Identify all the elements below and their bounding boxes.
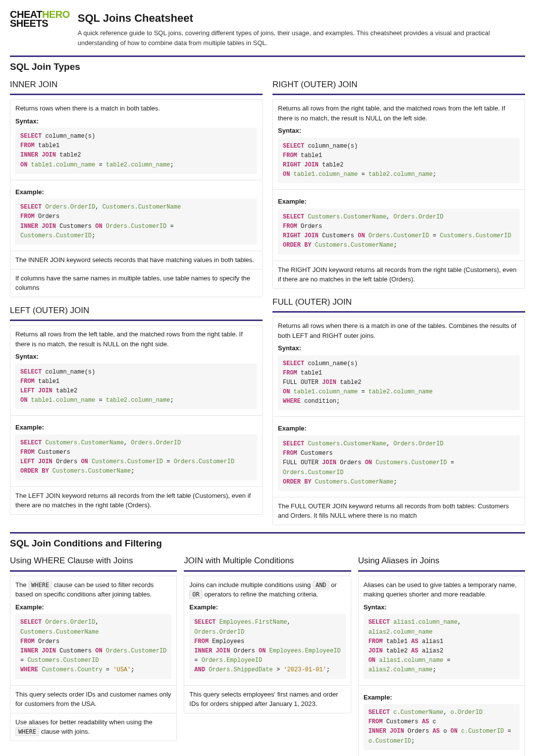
inner-join-desc: Returns rows when there is a match in bo… xyxy=(15,105,160,112)
where-clause-title: Using WHERE Clause with Joins xyxy=(10,554,177,572)
full-join-card: Returns all rows when there is a match i… xyxy=(272,317,525,525)
syntax-label: Syntax: xyxy=(15,116,257,126)
alias-card: Aliases can be used to give tables a tem… xyxy=(358,576,525,756)
section-heading-join-types: SQL Join Types xyxy=(10,55,525,74)
syntax-label: Syntax: xyxy=(15,352,257,362)
alias-title: Using Aliases in Joins xyxy=(358,554,525,572)
or-code-tag: OR xyxy=(189,590,202,599)
multi-cond-card: Joins can include multiple conditions us… xyxy=(184,576,351,713)
syntax-label: Syntax: xyxy=(278,343,520,353)
right-join-card: Returns all rows from the right table, a… xyxy=(272,99,525,289)
inner-join-card: Returns rows when there is a match in bo… xyxy=(10,99,263,297)
example-label: Example: xyxy=(15,423,257,432)
full-join-title: FULL (OUTER) JOIN xyxy=(272,296,525,313)
where-example-code: SELECT Orders.OrderID, Customers.Custome… xyxy=(15,614,171,679)
left-join-syntax-code: SELECT column_name(s) FROM table1 LEFT J… xyxy=(15,364,257,410)
inner-join-title: INNER JOIN xyxy=(10,78,263,96)
full-join-desc: Returns all rows when there is a match i… xyxy=(278,322,516,339)
example-label: Example: xyxy=(278,424,520,433)
page-title: SQL Joins Cheatsheet xyxy=(78,10,525,26)
right-join-desc: Returns all rows from the right table, a… xyxy=(278,105,505,122)
right-join-example-code: SELECT Customers.CustomerName, Orders.Or… xyxy=(278,209,520,255)
left-join-desc: Returns all rows from the left table, an… xyxy=(15,330,243,348)
right-join-note-1: The RIGHT JOIN keyword returns all recor… xyxy=(273,261,525,288)
example-label: Example: xyxy=(278,197,520,207)
where-code-tag-2: WHERE xyxy=(15,727,39,736)
left-join-card: Returns all rows from the left table, an… xyxy=(10,325,263,515)
full-join-example-code: SELECT Customers.CustomerName, Orders.Or… xyxy=(278,435,520,491)
alias-desc: Aliases can be used to give tables a tem… xyxy=(364,581,517,598)
logo: CHEATHERO SHEETS xyxy=(10,10,70,48)
right-join-title: RIGHT (OUTER) JOIN xyxy=(272,78,525,96)
left-join-example-code: SELECT Customers.CustomerName, Orders.Or… xyxy=(15,434,257,481)
full-join-note-1: The FULL OUTER JOIN keyword returns all … xyxy=(273,497,525,525)
alias-example-code: SELECT c.CustomerName, o.OrderID FROM Cu… xyxy=(364,704,520,750)
alias-syntax-code: SELECT alias1.column_name, alias2.column… xyxy=(364,614,520,679)
syntax-label: Syntax: xyxy=(364,602,520,612)
inner-join-syntax-code: SELECT column_name(s) FROM table1 INNER … xyxy=(15,128,257,174)
full-join-syntax-code: SELECT column_name(s) FROM table1 FULL O… xyxy=(278,355,520,411)
where-clause-card: The WHERE clause can be used to filter r… xyxy=(10,576,177,741)
inner-join-example-code: SELECT Orders.OrderID, Customers.Custome… xyxy=(15,199,257,245)
page-header: CHEATHERO SHEETS SQL Joins Cheatsheet A … xyxy=(10,10,525,48)
left-join-title: LEFT (OUTER) JOIN xyxy=(10,304,263,322)
title-block: SQL Joins Cheatsheet A quick reference g… xyxy=(78,10,525,48)
multi-cond-title: JOIN with Multiple Conditions xyxy=(184,554,351,572)
inner-join-note-1: The INNER JOIN keyword selects records t… xyxy=(10,251,262,270)
logo-text-3: SHEETS xyxy=(10,19,48,28)
page-subtitle: A quick reference guide to SQL joins, co… xyxy=(78,28,525,48)
example-label: Example: xyxy=(364,693,520,702)
example-label: Example: xyxy=(15,187,257,197)
left-join-note-1: The LEFT JOIN keyword returns all record… xyxy=(10,487,262,514)
example-label: Example: xyxy=(189,602,345,612)
section-heading-conditions: SQL Join Conditions and Filtering xyxy=(10,532,525,551)
example-label: Example: xyxy=(15,602,171,612)
multi-note-1: This query selects employees' first name… xyxy=(184,686,350,713)
right-join-syntax-code: SELECT column_name(s) FROM table1 RIGHT … xyxy=(278,138,520,184)
and-code-tag: AND xyxy=(313,581,329,590)
multi-example-code: SELECT Employees.FirstName, Orders.Order… xyxy=(189,614,345,679)
syntax-label: Syntax: xyxy=(278,126,520,136)
multi-desc: Joins can include multiple conditions us… xyxy=(189,581,336,598)
where-code-tag: WHERE xyxy=(28,581,52,590)
where-note-1: This query selects order IDs and custome… xyxy=(10,686,176,713)
inner-join-note-2: If columns have the same names in multip… xyxy=(10,270,262,297)
where-desc: The WHERE clause can be used to filter r… xyxy=(15,581,154,598)
where-note-2: Use aliases for better readability when … xyxy=(10,713,176,741)
